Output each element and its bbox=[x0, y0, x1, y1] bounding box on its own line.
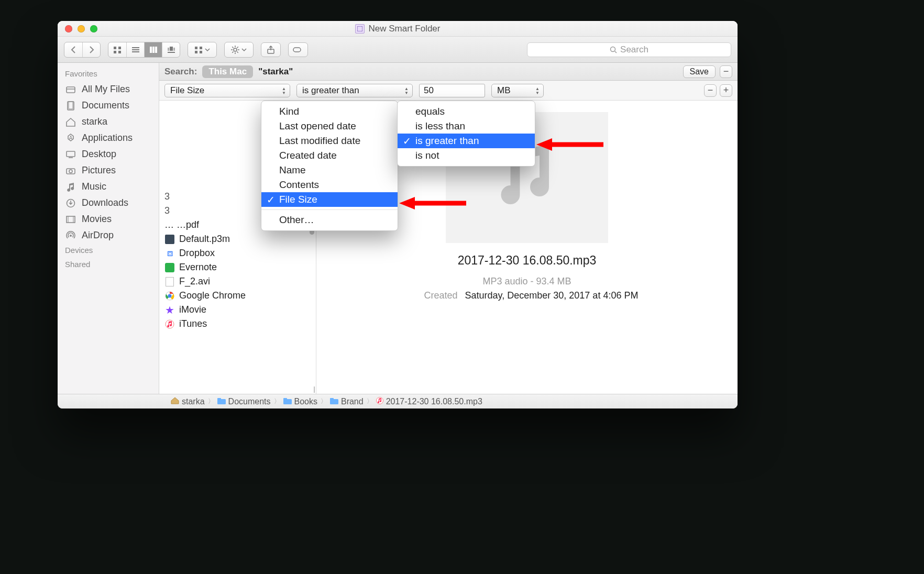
sidebar-item-music[interactable]: Music bbox=[58, 179, 159, 195]
list-item[interactable]: F_2.avi bbox=[159, 274, 316, 289]
folder-icon bbox=[330, 397, 338, 406]
music-icon bbox=[65, 182, 76, 192]
sidebar-item-documents[interactable]: Documents bbox=[58, 97, 159, 114]
traffic-lights bbox=[65, 25, 97, 32]
svg-rect-34 bbox=[69, 102, 73, 109]
path-bar: starka〉Documents〉Books〉Brand〉2017-12-30 … bbox=[58, 394, 738, 409]
menu-item[interactable]: Created date bbox=[261, 148, 398, 163]
column-resize-handle[interactable]: || bbox=[313, 385, 314, 393]
sidebar-item-pictures[interactable]: Pictures bbox=[58, 162, 159, 179]
menu-item[interactable]: Last modified date bbox=[261, 134, 398, 148]
preview-created-value: Saturday, December 30, 2017 at 4:06 PM bbox=[465, 290, 639, 301]
operator-menu[interactable]: equalsis less than✓is greater thanis not bbox=[397, 101, 535, 167]
menu-item[interactable]: ✓File Size bbox=[261, 192, 398, 207]
svg-line-23 bbox=[232, 47, 233, 48]
svg-rect-1 bbox=[118, 47, 121, 49]
path-segment[interactable]: Documents bbox=[217, 397, 271, 406]
attribute-menu[interactable]: KindLast opened dateLast modified dateCr… bbox=[261, 101, 398, 231]
svg-rect-17 bbox=[200, 51, 202, 53]
view-mode-buttons bbox=[108, 42, 180, 58]
svg-rect-8 bbox=[152, 47, 155, 53]
criteria-attribute-popup[interactable]: File Size ▲▼ bbox=[164, 84, 290, 97]
sidebar-item-applications[interactable]: AApplications bbox=[58, 130, 159, 146]
list-item[interactable]: ⧈Dropbox bbox=[159, 246, 316, 260]
preview-created-label: Created bbox=[416, 290, 458, 301]
criteria-operator-popup[interactable]: is greater than ▲▼ bbox=[296, 84, 413, 97]
view-columns-button[interactable] bbox=[144, 42, 162, 57]
sidebar-item-starka[interactable]: starka bbox=[58, 114, 159, 130]
criteria-row: File Size ▲▼ is greater than ▲▼ 50 MB ▲▼ bbox=[159, 81, 738, 101]
popup-arrows-icon: ▲▼ bbox=[534, 86, 541, 96]
list-item[interactable]: ★iMovie bbox=[159, 303, 316, 317]
popup-arrows-icon: ▲▼ bbox=[403, 86, 410, 96]
menu-item[interactable]: Contents bbox=[261, 178, 398, 192]
action-button[interactable] bbox=[225, 42, 253, 57]
add-criteria-button[interactable]: + bbox=[720, 84, 732, 97]
view-list-button[interactable] bbox=[126, 42, 144, 57]
svg-rect-10 bbox=[170, 47, 173, 51]
share-button[interactable] bbox=[261, 42, 281, 57]
menu-item[interactable]: Last opened date bbox=[261, 119, 398, 134]
path-segment[interactable]: 2017-12-30 16.08.50.mp3 bbox=[376, 397, 482, 406]
criteria-unit-popup[interactable]: MB ▲▼ bbox=[491, 84, 544, 97]
svg-point-58 bbox=[376, 397, 383, 404]
scope-folder[interactable]: "starka" bbox=[258, 67, 293, 77]
menu-item[interactable]: Name bbox=[261, 163, 398, 178]
path-segment[interactable]: Brand bbox=[330, 397, 364, 406]
sidebar-item-movies[interactable]: Movies bbox=[58, 211, 159, 227]
remove-criteria-button[interactable]: − bbox=[704, 84, 717, 97]
sidebar-item-all-my-files[interactable]: All My Files bbox=[58, 81, 159, 97]
camera-icon bbox=[65, 166, 76, 175]
list-item[interactable]: Default.p3m bbox=[159, 232, 316, 246]
back-button[interactable] bbox=[64, 42, 82, 57]
search-icon bbox=[610, 46, 617, 53]
toolbar: Search bbox=[58, 37, 738, 63]
forward-button[interactable] bbox=[82, 42, 100, 57]
all-files-icon bbox=[65, 85, 76, 94]
menu-item[interactable]: is not bbox=[398, 148, 535, 163]
svg-rect-53 bbox=[217, 398, 221, 400]
list-item[interactable]: Google Chrome bbox=[159, 289, 316, 303]
list-item[interactable]: Evernote bbox=[159, 260, 316, 274]
sidebar-item-downloads[interactable]: Downloads bbox=[58, 195, 159, 211]
svg-rect-3 bbox=[118, 51, 121, 53]
desktop-icon bbox=[65, 150, 76, 159]
svg-rect-0 bbox=[114, 47, 116, 49]
sidebar-item-airdrop[interactable]: AirDrop bbox=[58, 227, 159, 244]
close-window-button[interactable] bbox=[65, 25, 72, 32]
folder-icon bbox=[171, 397, 179, 406]
path-segment[interactable]: starka bbox=[171, 397, 205, 406]
menu-item[interactable]: is less than bbox=[398, 119, 535, 134]
sidebar-item-desktop[interactable]: Desktop bbox=[58, 146, 159, 162]
path-segment[interactable]: Books bbox=[283, 397, 317, 406]
window-title-text: New Smart Folder bbox=[369, 24, 441, 34]
menu-item[interactable]: equals bbox=[398, 104, 535, 119]
sidebar: Favorites All My FilesDocumentsstarkaAAp… bbox=[58, 63, 159, 394]
svg-rect-57 bbox=[330, 398, 334, 400]
menu-item-other[interactable]: Other… bbox=[261, 213, 398, 227]
view-coverflow-button[interactable] bbox=[162, 42, 180, 57]
zoom-window-button[interactable] bbox=[90, 25, 97, 32]
titlebar: New Smart Folder bbox=[58, 21, 738, 37]
scope-this-mac[interactable]: This Mac bbox=[202, 65, 253, 78]
criteria-value-field[interactable]: 50 bbox=[419, 84, 485, 97]
svg-text:A: A bbox=[69, 135, 73, 141]
list-item[interactable]: iTunes bbox=[159, 317, 316, 331]
svg-point-29 bbox=[611, 47, 615, 51]
folder-icon bbox=[283, 397, 292, 406]
save-search-button[interactable]: Save bbox=[683, 65, 716, 78]
svg-point-39 bbox=[69, 170, 72, 173]
tags-button[interactable] bbox=[288, 42, 308, 57]
preview-created-row: Created Saturday, December 30, 2017 at 4… bbox=[416, 290, 639, 301]
search-placeholder: Search bbox=[620, 45, 648, 55]
dropbox-icon: ⧈ bbox=[164, 248, 175, 259]
menu-item[interactable]: ✓is greater than bbox=[398, 134, 535, 148]
svg-rect-15 bbox=[200, 47, 202, 49]
arrange-button[interactable] bbox=[188, 42, 216, 57]
remove-scope-button[interactable]: − bbox=[720, 65, 732, 78]
cube-icon bbox=[164, 234, 175, 245]
menu-item[interactable]: Kind bbox=[261, 104, 398, 119]
search-field[interactable]: Search bbox=[527, 42, 731, 57]
minimize-window-button[interactable] bbox=[78, 25, 85, 32]
view-icons-button[interactable] bbox=[108, 42, 126, 57]
